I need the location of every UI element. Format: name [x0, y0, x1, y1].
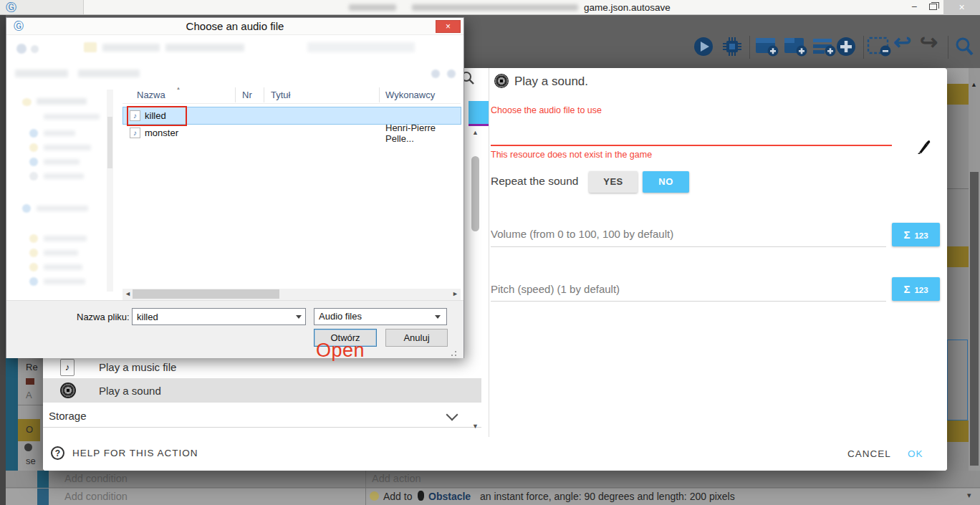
condition-column-bar [37, 471, 49, 488]
brush-edit-icon[interactable] [915, 138, 931, 157]
address-path-ghost[interactable] [165, 44, 244, 52]
events-scrollbar[interactable]: ▲ [969, 68, 980, 471]
add-action-button[interactable]: Add action [372, 473, 421, 484]
events-sheet-left-fragment: Re A O se [6, 356, 43, 471]
audio-file-field-label: Choose the audio file to use [491, 105, 602, 115]
file-dialog-close-button[interactable]: × [436, 20, 461, 33]
add-condition-button[interactable]: Add condition [64, 491, 128, 502]
file-name: monster [145, 128, 178, 138]
sort-ascending-icon: ▲ [176, 86, 181, 90]
help-link[interactable]: ? HELP FOR THIS ACTION [51, 446, 198, 460]
add-sub-event-icon[interactable] [783, 36, 807, 60]
events-sheet-bottom-fragment: Add condition Add action Add condition A… [6, 471, 980, 505]
volume-expression-button[interactable]: Σ123 [892, 223, 940, 246]
file-dialog-title: Choose an audio file [6, 18, 463, 35]
column-separator[interactable] [235, 87, 236, 102]
column-separator[interactable] [379, 87, 380, 102]
scroll-right-icon[interactable]: ► [452, 290, 458, 297]
minimize-button[interactable]: − [907, 1, 921, 15]
add-comment-icon[interactable] [812, 36, 836, 60]
combo-arrow-icon[interactable] [435, 315, 441, 319]
close-window-button[interactable]: × [943, 0, 980, 15]
list-item-play-music-file[interactable]: ♪ Play a music file [43, 356, 481, 378]
help-icon-ghost[interactable] [447, 69, 456, 78]
file-row-monster[interactable]: ♪ monster Henri-Pierre Pelle... [123, 125, 461, 141]
column-header-performers[interactable]: Wykonawcy uczes... [385, 87, 463, 103]
event-fragment-icon [26, 378, 34, 385]
help-icon: ? [51, 446, 64, 460]
event-divider [18, 405, 43, 405]
scroll-left-icon[interactable]: ◄ [125, 290, 131, 297]
forward-icon[interactable] [31, 45, 39, 53]
folder-icon [84, 42, 97, 52]
selected-category-tab[interactable] [469, 101, 489, 126]
toolbar-separator [863, 36, 864, 59]
volume-input[interactable] [491, 246, 886, 247]
blurred-title-text [349, 4, 396, 11]
action-text-prefix: Add to [383, 491, 412, 502]
combo-arrow-icon[interactable] [296, 315, 302, 319]
repeat-yes-button[interactable]: YES [589, 171, 638, 193]
list-item-play-sound[interactable]: Play a sound [43, 378, 481, 403]
tree-scrollbar[interactable] [107, 90, 113, 292]
annotation-highlight-box [127, 106, 187, 126]
search-box-ghost[interactable] [307, 42, 415, 52]
action-object-name: Obstacle [428, 491, 471, 502]
ok-button[interactable]: OK [908, 448, 923, 459]
panel-divider [489, 68, 489, 437]
view-icon-ghost[interactable] [431, 69, 440, 78]
filetype-select[interactable]: Audio files [314, 308, 447, 325]
group-header-storage[interactable]: Storage [43, 405, 481, 428]
event-fragment-text: Re [26, 362, 38, 372]
undo-icon[interactable]: ↩ [893, 32, 911, 53]
blurred-title-path [412, 4, 578, 11]
play-icon[interactable] [693, 36, 714, 60]
caret-down-icon[interactable]: ▾ [967, 491, 971, 500]
scrollbar-thumb[interactable] [133, 289, 279, 299]
column-header-title[interactable]: Tytuł [271, 87, 290, 103]
audio-file-icon: ♪ [130, 128, 140, 138]
delete-event-icon[interactable] [867, 36, 891, 60]
window-titlebar: Ⓖ game.json.autosave − × [0, 0, 980, 15]
audio-file-input[interactable] [491, 145, 892, 146]
column-header-nr[interactable]: Nr [242, 87, 252, 103]
filename-input[interactable] [132, 308, 306, 325]
cancel-button[interactable]: CANCEL [847, 448, 891, 459]
toolbar-separator [948, 36, 948, 59]
scroll-up-icon[interactable]: ▲ [472, 129, 479, 136]
add-condition-button[interactable]: Add condition [64, 473, 128, 484]
pitch-expression-button[interactable]: Σ123 [892, 277, 940, 301]
address-path-ghost[interactable] [102, 44, 160, 52]
add-event-icon[interactable] [754, 36, 779, 60]
repeat-no-button[interactable]: NO [643, 171, 689, 193]
cancel-button[interactable]: Anuluj [385, 329, 448, 347]
debug-icon[interactable] [721, 36, 743, 60]
scroll-up-icon[interactable]: ▲ [971, 81, 977, 88]
horizontal-scrollbar[interactable]: ◄ ► [123, 289, 461, 300]
search-icon[interactable] [953, 36, 975, 60]
file-dialog-footer: Nazwa pliku: Audio files Otwórz Anuluj [6, 300, 463, 358]
repeat-sound-label: Repeat the sound [491, 175, 578, 188]
new-folder-ghost[interactable] [78, 69, 140, 77]
redo-icon[interactable]: ↪ [920, 32, 938, 53]
list-item-label: Play a music file [99, 361, 176, 373]
scrollbar-thumb[interactable] [970, 172, 979, 466]
event-fragment-icon [24, 443, 32, 451]
selected-action-block [947, 420, 969, 442]
resource-error-message: This resource does not exist in the game [491, 150, 652, 160]
add-icon[interactable] [835, 36, 857, 60]
scroll-down-icon[interactable]: ▼ [472, 423, 479, 430]
event-fragment-text: se [26, 456, 36, 466]
column-separator[interactable] [264, 87, 264, 102]
scrollbar-thumb[interactable] [107, 117, 112, 168]
organize-menu-ghost[interactable] [15, 69, 68, 77]
window-title-autosave: game.json.autosave [584, 2, 671, 13]
event-fragment-text: O [26, 424, 33, 435]
header-divider [123, 103, 461, 104]
events-sheet-gutter [0, 15, 6, 505]
back-icon[interactable] [16, 44, 27, 54]
pitch-input[interactable] [491, 301, 886, 302]
scrollbar-thumb[interactable] [471, 156, 479, 231]
sigma-icon: Σ [903, 229, 910, 241]
column-header-name[interactable]: Nazwa [137, 87, 165, 103]
